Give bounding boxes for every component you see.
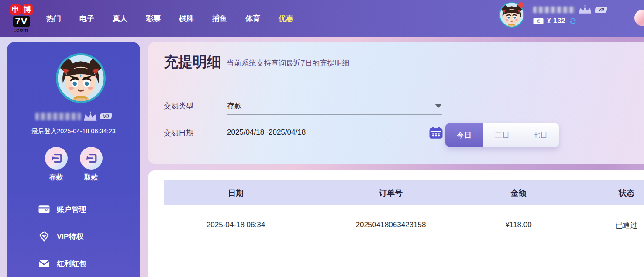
sidebar-item-bonus[interactable]: 红利红包 xyxy=(7,250,140,277)
nav-item-lottery[interactable]: 彩票 xyxy=(146,14,161,24)
avatar[interactable] xyxy=(56,53,106,103)
red-envelope-icon xyxy=(38,258,50,269)
divider xyxy=(227,114,442,115)
user-area: V0 ¥ 132 xyxy=(499,2,607,28)
service-icon-partial[interactable] xyxy=(634,10,644,26)
cell-date: 2025-04-18 06:34 xyxy=(164,221,308,229)
refresh-balance-icon[interactable] xyxy=(569,17,577,25)
range-7days-button[interactable]: 七日 xyxy=(521,123,559,147)
vip-level-badge: V0 xyxy=(99,113,112,119)
bank-card-icon xyxy=(38,204,50,215)
wallet-icon xyxy=(533,17,544,25)
vip-level-badge: V0 xyxy=(594,7,607,13)
col-header-date: 日期 xyxy=(164,188,308,198)
main-nav: 热门 电子 真人 彩票 棋牌 捕鱼 体育 优惠 xyxy=(46,14,293,24)
divider xyxy=(227,142,442,142)
cell-order-no: 20250418063423158 xyxy=(308,221,474,229)
site-logo[interactable]: 申 博 7V .com xyxy=(6,4,37,33)
col-header-amount: 金额 xyxy=(474,188,563,198)
sidebar-menu: 账户管理 VIP特权 红利红包 xyxy=(7,196,140,277)
table-row: 2025-04-18 06:34 20250418063423158 ¥118.… xyxy=(164,205,644,245)
records-panel: 日期 订单号 金额 状态 2025-04-18 06:34 2025041806… xyxy=(148,170,644,277)
transaction-date-label: 交易日期 xyxy=(164,128,193,138)
username-masked xyxy=(533,7,575,13)
date-range-quick-buttons: 今日 三日 七日 xyxy=(445,123,559,147)
records-table: 日期 订单号 金额 状态 2025-04-18 06:34 2025041806… xyxy=(164,180,644,245)
page-subtitle: 当前系统支持查询最近7日的充提明细 xyxy=(227,58,349,70)
deposit-arrow-icon xyxy=(45,147,68,170)
cell-amount: ¥118.00 xyxy=(474,221,563,229)
nav-item-live[interactable]: 真人 xyxy=(113,14,127,24)
sidebar-user-id: V0 xyxy=(7,111,140,121)
calendar-icon[interactable] xyxy=(429,126,443,139)
sidebar-item-account[interactable]: 账户管理 xyxy=(7,196,140,223)
nav-item-board[interactable]: 棋牌 xyxy=(179,14,194,24)
username-masked xyxy=(35,113,81,120)
nav-item-hot[interactable]: 热门 xyxy=(46,14,61,24)
crown-icon xyxy=(83,111,98,121)
last-login-text: 最后登入2025-04-18 06:34:23 xyxy=(7,127,140,135)
cell-status: 已通过 xyxy=(563,220,644,230)
filter-card: 充提明细 当前系统支持查询最近7日的充提明细 交易类型 存款 交易日期 2025… xyxy=(148,42,644,164)
chevron-down-icon[interactable] xyxy=(434,104,442,108)
notification-dot xyxy=(518,2,524,8)
logo-brand-squares: 申 博 xyxy=(10,4,33,15)
nav-item-fishing[interactable]: 捕鱼 xyxy=(212,14,227,24)
table-header-row: 日期 订单号 金额 状态 xyxy=(164,180,644,205)
avatar[interactable] xyxy=(499,2,524,28)
range-3days-button[interactable]: 三日 xyxy=(483,123,521,147)
page-title: 充提明细 xyxy=(164,54,221,70)
withdraw-button[interactable]: 取款 xyxy=(80,147,103,182)
nav-item-sports[interactable]: 体育 xyxy=(245,14,260,24)
quick-actions: 存款 取款 xyxy=(7,147,140,182)
deposit-button[interactable]: 存款 xyxy=(45,147,68,182)
logo-char-bo: 博 xyxy=(22,4,33,15)
user-info: V0 ¥ 132 xyxy=(533,4,607,25)
nav-item-slots[interactable]: 电子 xyxy=(79,14,94,24)
top-navigation-bar: 申 博 7V .com 热门 电子 真人 彩票 棋牌 捕鱼 体育 优惠 xyxy=(0,0,644,37)
page: 申 博 7V .com 热门 电子 真人 彩票 棋牌 捕鱼 体育 优惠 xyxy=(0,0,644,277)
logo-7v: 7V xyxy=(13,16,31,27)
date-range-input[interactable]: 2025/04/18~2025/04/18 xyxy=(227,128,428,137)
logo-char-shen: 申 xyxy=(10,4,21,15)
crown-icon xyxy=(578,4,592,15)
transaction-type-label: 交易类型 xyxy=(164,101,193,111)
col-header-order-no: 订单号 xyxy=(308,188,474,198)
range-today-button[interactable]: 今日 xyxy=(445,123,483,147)
logo-com: .com xyxy=(14,27,28,33)
sidebar-item-vip[interactable]: VIP特权 xyxy=(7,223,140,250)
vip-diamond-icon xyxy=(38,231,50,242)
sidebar: V0 最后登入2025-04-18 06:34:23 存款 取款 账户管理 xyxy=(7,42,140,277)
col-header-status: 状态 xyxy=(563,188,644,198)
transaction-type-select[interactable]: 存款 xyxy=(227,101,428,111)
nav-item-promo[interactable]: 优惠 xyxy=(279,14,293,24)
balance-amount: ¥ 132 xyxy=(547,17,566,25)
withdraw-arrow-icon xyxy=(80,147,103,170)
